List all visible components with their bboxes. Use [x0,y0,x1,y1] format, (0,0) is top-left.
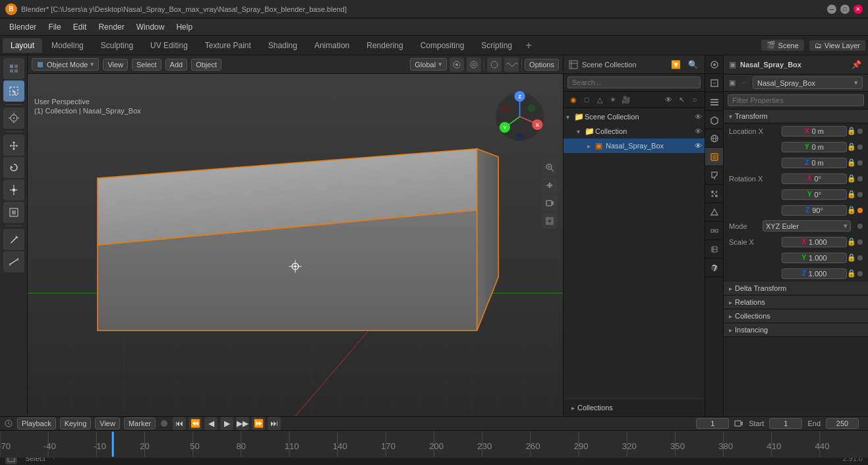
playback-menu-btn[interactable]: Playback [17,418,56,429]
rotation-z-lock[interactable]: 🔒 [847,206,857,214]
menu-window[interactable]: Window [131,21,170,33]
menu-blender[interactable]: Blender [4,21,42,33]
tab-layout[interactable]: Layout [3,38,42,53]
prop-tab-viewlayer[interactable] [705,92,724,111]
options-button[interactable]: Options [525,59,559,71]
marker-menu-btn[interactable]: Marker [124,418,156,429]
add-menu-btn[interactable]: Add [165,59,188,71]
jump-to-end-btn[interactable]: ⏭ [268,417,281,430]
scale-z-dot[interactable] [857,271,863,276]
outliner-filter-btn[interactable]: 🔽 [669,58,682,71]
prop-tab-physics[interactable] [705,203,724,222]
maximize-button[interactable]: □ [840,5,850,14]
jump-to-start-btn[interactable]: ⏮ [173,417,186,430]
menu-render[interactable]: Render [93,21,129,33]
scale-y-value[interactable]: Y 1.000 [782,253,847,263]
back-frame-btn[interactable]: ◀ [204,417,217,430]
start-frame-input[interactable]: 1 [769,418,802,429]
tool-mode-selector[interactable] [3,58,24,79]
filter-camera-btn[interactable]: 🎥 [620,94,632,106]
tab-sculpting[interactable]: Sculpting [93,38,141,53]
scale-z-lock[interactable]: 🔒 [847,269,857,278]
prop-tab-output[interactable] [705,74,724,92]
outliner-eye-toggle[interactable]: 👁 [662,94,674,106]
scale-y-lock[interactable]: 🔒 [847,253,857,262]
view-menu-btn[interactable]: View [103,59,128,71]
record-keyset-button[interactable] [487,57,502,72]
transform-orientation-selector[interactable]: Global ▾ [410,58,447,71]
end-frame-input[interactable]: 250 [826,418,859,429]
menu-file[interactable]: File [43,21,66,33]
props-content-scrollable[interactable]: ▾ Transform Location X X 0 m 🔒 . [724,109,868,416]
location-y-lock[interactable]: 🔒 [847,142,857,151]
record-button[interactable] [159,419,169,428]
scale-y-dot[interactable] [857,255,863,261]
tab-scripting[interactable]: Scripting [473,38,520,53]
instancing-section[interactable]: ▸ Instancing [724,323,868,337]
tool-cursor[interactable] [3,108,24,129]
prev-keyframe-btn[interactable]: ⏪ [188,417,202,430]
snap-button[interactable] [449,57,464,72]
close-button[interactable]: ✕ [854,5,863,14]
menu-edit[interactable]: Edit [68,21,92,33]
rotation-x-lock[interactable]: 🔒 [847,174,857,183]
location-z-lock[interactable]: 🔒 [847,158,857,167]
tool-measure[interactable] [3,251,24,272]
outliner-hide-toggle[interactable]: ○ [689,94,701,106]
tree-item-scene-collection[interactable]: ▾ 📁 Scene Collection 👁 [564,109,705,124]
scale-x-dot[interactable] [857,239,863,245]
proportional-edit-button[interactable] [467,57,481,72]
prop-tab-object[interactable] [705,148,724,166]
tab-shading[interactable]: Shading [260,38,305,53]
scale-x-value[interactable]: X 1.000 [782,237,847,247]
rotation-z-value[interactable]: Z 90° [782,205,847,216]
object-menu-btn[interactable]: Object [191,59,221,71]
collection-eye[interactable]: 👁 [695,127,702,135]
keying-menu-btn[interactable]: Keying [60,418,92,429]
viewport-camera-button[interactable] [542,195,558,211]
next-frame-btn[interactable]: ▶▶ [236,417,249,430]
tool-transform[interactable] [3,202,24,223]
outliner-search-input[interactable] [567,77,701,88]
tool-scale[interactable] [3,179,24,201]
rotation-mode-dropdown[interactable]: XYZ Euler ▾ [763,220,851,232]
menu-help[interactable]: Help [171,21,198,33]
tool-move[interactable] [3,135,24,156]
tab-texture-paint[interactable]: Texture Paint [197,38,259,53]
props-pin-btn[interactable]: 📌 [850,58,863,71]
minimize-button[interactable]: ─ [827,5,836,14]
collections-prop-section[interactable]: ▸ Collections [724,309,868,323]
nsb-eye[interactable]: 👁 [695,142,702,150]
prop-tab-constraints[interactable] [705,222,724,240]
location-x-dot[interactable] [857,129,863,134]
collections-section-btn[interactable]: ▸ Collections [567,402,701,414]
location-x-lock[interactable]: 🔒 [847,127,857,135]
filter-objects-btn[interactable]: □ [581,94,593,106]
viewport-zoom-button[interactable] [542,160,558,175]
tool-select-box[interactable] [3,80,24,102]
mode-dot[interactable] [857,224,863,229]
play-button[interactable]: ▶ [220,417,233,430]
tab-rendering[interactable]: Rendering [359,38,411,53]
viewport-canvas[interactable]: Z X Y User Perspectiv [28,74,563,416]
props-search-input[interactable] [728,94,864,106]
prop-tab-modifiers[interactable] [705,166,724,185]
location-y-dot[interactable] [857,144,863,150]
object-mode-selector[interactable]: Object Mode ▾ [32,58,99,71]
filter-mesh-btn[interactable]: △ [594,94,606,106]
rotation-y-lock[interactable]: 🔒 [847,190,857,199]
filter-all-btn[interactable]: ◉ [567,94,579,106]
rotation-y-value[interactable]: Y 0° [782,189,847,200]
location-y-value[interactable]: Y 0 m [782,142,847,152]
location-z-dot[interactable] [857,160,863,166]
viewport-pan-button[interactable] [542,177,558,193]
outliner-search-btn[interactable]: 🔍 [686,58,699,71]
rotation-x-value[interactable]: X 0° [782,173,847,184]
location-z-value[interactable]: Z 0 m [782,158,847,168]
tool-annotate[interactable] [3,229,24,250]
tool-rotate[interactable] [3,157,24,178]
tab-compositing[interactable]: Compositing [413,38,473,53]
delta-transform-section[interactable]: ▸ Delta Transform [724,282,868,295]
prop-tab-material[interactable] [705,259,724,277]
scene-selector[interactable]: 🎬 Scene [761,40,804,51]
